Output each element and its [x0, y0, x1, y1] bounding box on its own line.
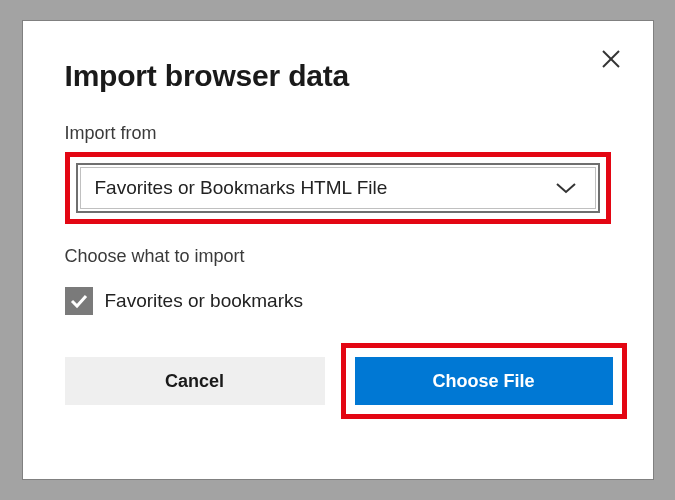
import-browser-data-dialog: Import browser data Import from Favorite… — [22, 20, 654, 480]
dropdown-selected-value: Favorites or Bookmarks HTML File — [95, 177, 388, 199]
dropdown-highlight: Favorites or Bookmarks HTML File — [65, 152, 611, 224]
favorites-checkbox-label: Favorites or bookmarks — [105, 290, 304, 312]
import-from-dropdown-outer: Favorites or Bookmarks HTML File — [76, 163, 600, 213]
import-from-dropdown[interactable]: Favorites or Bookmarks HTML File — [80, 167, 596, 209]
cancel-button[interactable]: Cancel — [65, 357, 325, 405]
close-button[interactable] — [597, 45, 625, 73]
button-row: Cancel Choose File — [65, 343, 611, 419]
dialog-title: Import browser data — [65, 59, 611, 93]
choose-what-label: Choose what to import — [65, 246, 611, 267]
close-icon — [601, 49, 621, 69]
checkbox-row: Favorites or bookmarks — [65, 287, 611, 315]
choose-file-button[interactable]: Choose File — [355, 357, 613, 405]
import-from-label: Import from — [65, 123, 611, 144]
chevron-down-icon — [555, 181, 577, 195]
checkmark-icon — [69, 291, 89, 311]
primary-button-highlight: Choose File — [341, 343, 627, 419]
favorites-checkbox[interactable] — [65, 287, 93, 315]
